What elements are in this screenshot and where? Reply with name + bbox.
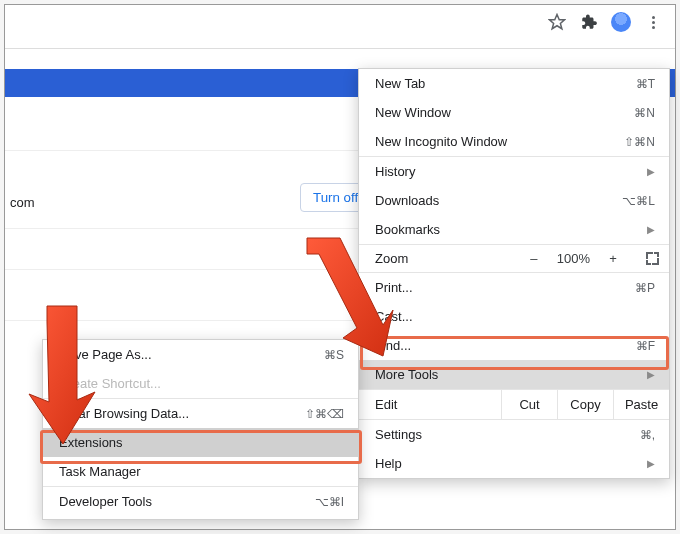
edit-paste-button[interactable]: Paste bbox=[613, 390, 669, 419]
extensions-puzzle-icon[interactable] bbox=[578, 11, 600, 33]
shortcut-text: ⌥⌘I bbox=[315, 495, 344, 509]
chevron-right-icon: ▶ bbox=[647, 224, 655, 235]
menu-history[interactable]: History ▶ bbox=[359, 157, 669, 186]
menu-label: New Window bbox=[375, 105, 634, 120]
menu-label: Help bbox=[375, 456, 647, 471]
chrome-menu-button[interactable] bbox=[642, 11, 664, 33]
menu-help[interactable]: Help ▶ bbox=[359, 449, 669, 478]
menu-more-tools[interactable]: More Tools ▶ bbox=[359, 360, 669, 389]
annotation-arrow-icon bbox=[295, 230, 395, 360]
zoom-out-button[interactable]: – bbox=[525, 251, 543, 266]
menu-label: Task Manager bbox=[59, 464, 344, 479]
shortcut-text: ⌥⌘L bbox=[622, 194, 655, 208]
svg-marker-1 bbox=[307, 238, 393, 356]
annotation-arrow-icon bbox=[17, 300, 107, 450]
menu-label: Downloads bbox=[375, 193, 622, 208]
menu-label: Settings bbox=[375, 427, 640, 442]
menu-new-window[interactable]: New Window ⌘N bbox=[359, 98, 669, 127]
menu-label: Developer Tools bbox=[59, 494, 315, 509]
shortcut-text: ⌘P bbox=[635, 281, 655, 295]
menu-label: Bookmarks bbox=[375, 222, 647, 237]
menu-label: Print... bbox=[375, 280, 635, 295]
menu-label: New Incognito Window bbox=[375, 134, 624, 149]
submenu-developer-tools[interactable]: Developer Tools ⌥⌘I bbox=[43, 487, 358, 516]
browser-toolbar bbox=[546, 8, 664, 36]
menu-label: Cast... bbox=[375, 309, 655, 324]
edit-copy-button[interactable]: Copy bbox=[557, 390, 613, 419]
chevron-right-icon: ▶ bbox=[647, 369, 655, 380]
shortcut-text: ⌘F bbox=[636, 339, 655, 353]
bookmark-star-icon[interactable] bbox=[546, 11, 568, 33]
edit-cut-button[interactable]: Cut bbox=[501, 390, 557, 419]
chrome-main-menu: New Tab ⌘T New Window ⌘N New Incognito W… bbox=[358, 68, 670, 479]
svg-marker-2 bbox=[29, 306, 95, 444]
menu-label: Zoom bbox=[375, 251, 525, 266]
zoom-value: 100% bbox=[557, 251, 590, 266]
zoom-in-button[interactable]: + bbox=[604, 251, 622, 266]
menu-label: Edit bbox=[359, 390, 501, 419]
menu-downloads[interactable]: Downloads ⌥⌘L bbox=[359, 186, 669, 215]
url-fragment: com bbox=[10, 195, 35, 210]
menu-bookmarks[interactable]: Bookmarks ▶ bbox=[359, 215, 669, 244]
shortcut-text: ⌘, bbox=[640, 428, 655, 442]
menu-label: Find... bbox=[375, 338, 636, 353]
submenu-task-manager[interactable]: Task Manager bbox=[43, 457, 358, 486]
fullscreen-icon[interactable] bbox=[646, 252, 659, 265]
svg-marker-0 bbox=[550, 15, 565, 29]
shortcut-text: ⇧⌘⌫ bbox=[305, 407, 344, 421]
menu-new-tab[interactable]: New Tab ⌘T bbox=[359, 69, 669, 98]
menu-find[interactable]: Find... ⌘F bbox=[359, 331, 669, 360]
chevron-right-icon: ▶ bbox=[647, 166, 655, 177]
menu-label: History bbox=[375, 164, 647, 179]
shortcut-text: ⌘N bbox=[634, 106, 655, 120]
shortcut-text: ⌘T bbox=[636, 77, 655, 91]
chevron-right-icon: ▶ bbox=[647, 458, 655, 469]
menu-new-incognito[interactable]: New Incognito Window ⇧⌘N bbox=[359, 127, 669, 156]
menu-edit-row: Edit Cut Copy Paste bbox=[359, 390, 669, 419]
menu-label: More Tools bbox=[375, 367, 647, 382]
menu-cast[interactable]: Cast... bbox=[359, 302, 669, 331]
menu-label: New Tab bbox=[375, 76, 636, 91]
shortcut-text: ⇧⌘N bbox=[624, 135, 655, 149]
menu-print[interactable]: Print... ⌘P bbox=[359, 273, 669, 302]
profile-avatar-icon[interactable] bbox=[610, 11, 632, 33]
menu-zoom: Zoom – 100% + bbox=[359, 245, 669, 272]
menu-settings[interactable]: Settings ⌘, bbox=[359, 420, 669, 449]
